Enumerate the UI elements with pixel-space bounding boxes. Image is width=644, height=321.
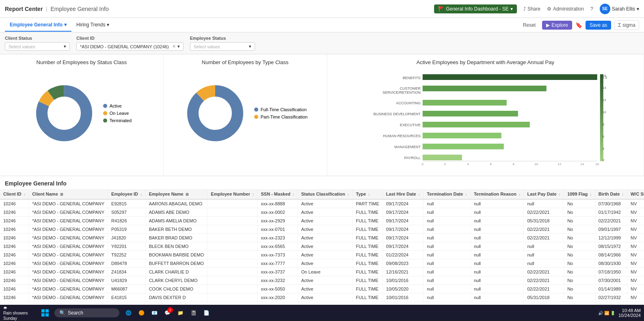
client-status-select[interactable]: Select values ▾ <box>5 42 70 51</box>
svg-rect-46 <box>41 313 45 317</box>
taskbar-search-bar[interactable]: 🔍 Search <box>54 308 119 317</box>
tab-hiring-trends[interactable]: Hiring Trends ▾ <box>71 19 114 32</box>
share-label: Share <box>527 6 540 12</box>
svg-text:12: 12 <box>558 162 561 166</box>
client-id-filter: Client ID *ASI DEMO - GENERAL COMPANY (1… <box>76 36 184 51</box>
share-button[interactable]: ⤴ Share <box>523 6 540 12</box>
col-last-hire[interactable]: Last Hire Date ↕ <box>383 189 424 199</box>
svg-text:8: 8 <box>602 123 604 126</box>
taskbar-app-icon-6[interactable]: 📓 <box>188 307 199 319</box>
table-cell: 09/17/2024 <box>383 208 424 217</box>
col-term-date[interactable]: Termination Date ↕ <box>424 189 471 199</box>
sort-icon: ↕ <box>24 192 26 196</box>
table-cell: null <box>424 234 471 242</box>
table-title: Employee General Info <box>0 176 644 189</box>
table-cell: *ASI DEMO - GENERAL COMPANY <box>29 268 108 276</box>
taskbar-app-icon-2[interactable]: 🟠 <box>136 307 147 319</box>
taskbar-icons-right: 🔊 📶 🔋 <box>598 311 615 315</box>
table-cell: On Leave <box>298 268 352 276</box>
table-cell: ADAMS AMELIA DEMO <box>145 217 207 225</box>
dept-bar-chart-svg: BENEFITS 15.5 CUSTOMER SERVICE/RETENTION… <box>332 69 639 166</box>
legend-on-leave: On Leave <box>103 111 132 116</box>
help-button[interactable]: ? <box>590 6 593 12</box>
active-dot <box>103 104 107 108</box>
col-client-id[interactable]: Client ID ↕ <box>0 189 29 199</box>
legend-active: Active <box>103 103 132 108</box>
svg-rect-45 <box>45 309 49 312</box>
table-cell: null <box>424 251 471 259</box>
table-cell: L41822 <box>108 302 146 304</box>
sort-icon: ↕ <box>140 192 142 196</box>
taskbar-app-icon-3[interactable]: 📧 <box>149 307 160 319</box>
client-id-select[interactable]: *ASI DEMO - GENERAL COMPANY (10246) ✕ ▾ <box>76 42 184 51</box>
sigma-button[interactable]: Σ sigma <box>614 20 639 30</box>
col-employee-name[interactable]: Employee Name ⊞ <box>145 189 207 199</box>
dashboard-button[interactable]: 🚩 General Info Dashboard - SE ▾ <box>434 4 517 13</box>
table-cell: FULL TIME <box>352 285 383 293</box>
table-cell: *ASI DEMO - GENERAL COMPANY <box>29 199 108 208</box>
col-employee-id[interactable]: Employee ID ↕ <box>108 189 146 199</box>
date-display: 10/24/2024 <box>618 313 641 318</box>
taskbar-icons: 🌐 🟠 📧 💬 2 📁 📓 📄 <box>123 307 212 319</box>
table-cell: FULL TIME <box>352 293 383 302</box>
status-chart-title: Number of Employees by Status Class <box>5 59 158 65</box>
explore-button[interactable]: ▶ Explore <box>542 21 572 30</box>
col-ssn[interactable]: SSN - Masked ↕ <box>257 189 298 199</box>
legend-fulltime: Full-Time Classification <box>254 107 308 112</box>
bookmark-icon[interactable]: 🔖 <box>575 22 582 28</box>
table-cell: P05319 <box>108 225 146 234</box>
col-employee-number[interactable]: Employee Number ↕ <box>207 189 257 199</box>
table-cell: 10246 <box>0 285 29 293</box>
employee-status-select[interactable]: Select values ▾ <box>190 42 255 51</box>
taskbar-app-icon-1[interactable]: 🌐 <box>123 307 134 319</box>
table-cell: *ASI DEMO - GENERAL COMPANY <box>29 285 108 293</box>
table-cell: 01/14/1989 <box>595 285 627 293</box>
charts-row: Number of Employees by Status Class Acti… <box>0 54 644 176</box>
tab-employee-general-info[interactable]: Employee General Info ▾ <box>5 19 71 32</box>
search-icon: 🔍 <box>59 310 65 316</box>
svg-text:HUMAN RESOURCES: HUMAN RESOURCES <box>383 134 421 138</box>
clear-client-id-button[interactable]: ✕ <box>172 44 176 49</box>
table-cell: 02/22/2021 <box>524 208 564 217</box>
table-cell: No <box>564 208 595 217</box>
start-button[interactable] <box>39 307 51 319</box>
status-chart-container: Active On Leave Terminated <box>5 69 158 158</box>
save-as-button[interactable]: Save as <box>586 21 611 30</box>
table-cell: No <box>564 199 595 208</box>
table-cell: AARONS ABAGAIL DEMO <box>145 199 207 208</box>
table-cell <box>207 268 257 276</box>
col-term-reason[interactable]: Termination Reason ↕ <box>470 189 523 199</box>
table-cell: *ASI DEMO - GENERAL COMPANY <box>29 234 108 242</box>
table-cell: FULL TIME <box>352 208 383 217</box>
table-cell: DAVIS DINA DEMO <box>145 302 207 304</box>
user-menu-button[interactable]: SE Sarah Ellis ▾ <box>600 4 639 14</box>
svg-text:8: 8 <box>512 162 514 166</box>
col-birth[interactable]: Birth Date ↕ <box>595 189 627 199</box>
table-cell: NV <box>627 276 644 285</box>
table-cell: 02/22/2021 <box>524 285 564 293</box>
taskbar-app-icon-5[interactable]: 📁 <box>175 307 186 319</box>
col-flag[interactable]: 1099 Flag ↕ <box>564 189 595 199</box>
col-wc[interactable]: W/C State ↕ <box>627 189 644 199</box>
table-cell: ADAMS ABE DEMO <box>145 208 207 217</box>
table-cell: 07/18/1950 <box>595 268 627 276</box>
reset-button[interactable]: Reset <box>520 21 539 30</box>
table-row: 10246*ASI DEMO - GENERAL COMPANYY82201BL… <box>0 242 644 251</box>
svg-rect-14 <box>422 100 506 106</box>
table-wrapper[interactable]: Client ID ↕ Client Name ⊞ Employee ID ↕ … <box>0 189 644 303</box>
table-cell: 07/30/1968 <box>595 199 627 208</box>
col-last-pay[interactable]: Last Pay Date ↕ <box>524 189 564 199</box>
admin-button[interactable]: ⚙ Administration <box>547 6 584 12</box>
table-cell: 02/22/2021 <box>524 225 564 234</box>
table-cell: NV <box>627 242 644 251</box>
table-cell: Active <box>298 302 352 304</box>
table-cell: xxx-xx-6565 <box>257 242 298 251</box>
col-client-name[interactable]: Client Name ⊞ <box>29 189 108 199</box>
table-cell: No <box>564 276 595 285</box>
taskbar-app-icon-7[interactable]: 📄 <box>201 307 212 319</box>
col-status[interactable]: Status Classification ↕ <box>298 189 352 199</box>
svg-rect-18 <box>422 122 529 127</box>
table-cell: xxx-xx-3737 <box>257 268 298 276</box>
col-type[interactable]: Type ↕ <box>352 189 383 199</box>
table-cell: *ASI DEMO - GENERAL COMPANY <box>29 302 108 304</box>
